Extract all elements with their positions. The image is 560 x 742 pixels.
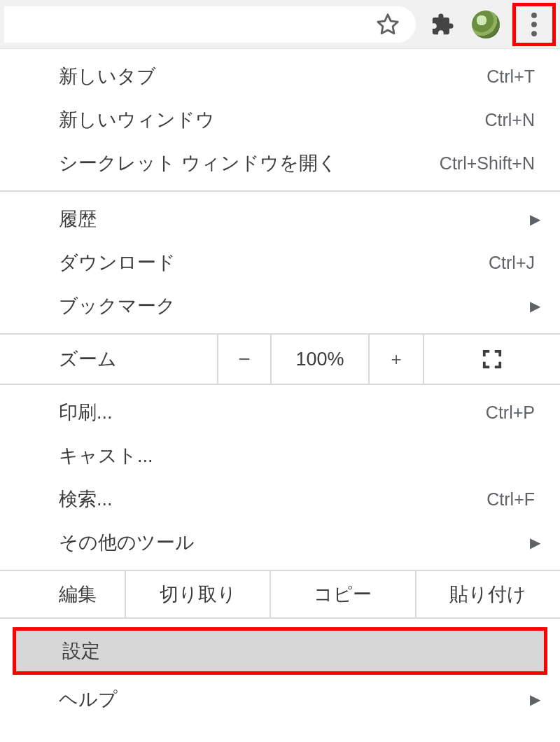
menu-item-shortcut: Ctrl+J bbox=[489, 253, 535, 273]
menu-item-label: 検索... bbox=[59, 486, 486, 512]
svg-marker-0 bbox=[378, 14, 398, 33]
more-vert-icon[interactable] bbox=[517, 8, 551, 41]
svg-point-2 bbox=[531, 22, 537, 27]
menu-section-history: 履歴 ▶ ダウンロード Ctrl+J ブックマーク ▶ bbox=[0, 192, 560, 335]
menu-item-settings[interactable]: 設定 bbox=[16, 631, 544, 671]
fullscreen-button[interactable] bbox=[423, 335, 560, 384]
omnibox[interactable] bbox=[4, 6, 416, 43]
star-icon[interactable] bbox=[371, 8, 405, 41]
profile-avatar[interactable] bbox=[469, 8, 503, 41]
svg-point-1 bbox=[531, 13, 537, 18]
menu-item-shortcut: Ctrl+T bbox=[486, 66, 535, 87]
submenu-arrow-icon: ▶ bbox=[528, 211, 540, 227]
submenu-arrow-icon: ▶ bbox=[528, 691, 540, 708]
zoom-out-button[interactable]: − bbox=[218, 335, 272, 384]
menu-item-find[interactable]: 検索... Ctrl+F bbox=[0, 477, 560, 521]
menu-item-new-tab[interactable]: 新しいタブ Ctrl+T bbox=[0, 55, 560, 98]
submenu-arrow-icon: ▶ bbox=[528, 534, 540, 551]
menu-item-more-tools[interactable]: その他のツール ▶ bbox=[0, 521, 560, 564]
menu-item-shortcut: Ctrl+Shift+N bbox=[440, 153, 535, 174]
paste-button[interactable]: 貼り付け bbox=[416, 571, 560, 617]
menu-item-label: その他のツール bbox=[59, 530, 528, 555]
copy-button[interactable]: コピー bbox=[271, 571, 416, 617]
menu-item-label: 履歴 bbox=[59, 206, 528, 232]
submenu-arrow-icon: ▶ bbox=[528, 298, 540, 314]
browser-toolbar bbox=[0, 0, 560, 49]
menu-item-label: 設定 bbox=[62, 638, 524, 664]
menu-item-label: 印刷... bbox=[59, 400, 486, 425]
chrome-menu: 新しいタブ Ctrl+T 新しいウィンドウ Ctrl+N シークレット ウィンド… bbox=[0, 49, 560, 721]
menu-item-label: 新しいウィンドウ bbox=[59, 107, 484, 132]
settings-highlight: 設定 bbox=[13, 627, 547, 675]
zoom-row: ズーム − 100% + bbox=[0, 335, 560, 384]
menu-item-label: ヘルプ bbox=[59, 687, 528, 712]
menu-section-edit: 編集 切り取り コピー 貼り付け bbox=[0, 571, 560, 619]
menu-item-help[interactable]: ヘルプ ▶ bbox=[0, 678, 560, 721]
zoom-in-button[interactable]: + bbox=[370, 335, 423, 384]
menu-item-cast[interactable]: キャスト... bbox=[0, 434, 560, 477]
svg-point-3 bbox=[531, 31, 537, 36]
zoom-label: ズーム bbox=[0, 335, 218, 384]
menu-item-shortcut: Ctrl+P bbox=[486, 402, 535, 423]
menu-item-shortcut: Ctrl+F bbox=[486, 489, 535, 510]
menu-item-label: ダウンロード bbox=[59, 250, 489, 275]
edit-label: 編集 bbox=[0, 571, 126, 617]
edit-row: 編集 切り取り コピー 貼り付け bbox=[0, 571, 560, 617]
menu-item-print[interactable]: 印刷... Ctrl+P bbox=[0, 391, 560, 434]
cut-button[interactable]: 切り取り bbox=[126, 571, 271, 617]
menu-section-settings: 設定 ヘルプ ▶ bbox=[0, 619, 560, 721]
menu-item-label: キャスト... bbox=[59, 443, 540, 468]
menu-item-history[interactable]: 履歴 ▶ bbox=[0, 197, 560, 241]
menu-item-shortcut: Ctrl+N bbox=[484, 110, 535, 130]
menu-item-label: 新しいタブ bbox=[59, 64, 486, 89]
menu-section-zoom: ズーム − 100% + bbox=[0, 335, 560, 385]
more-menu-highlight bbox=[512, 3, 556, 46]
menu-item-downloads[interactable]: ダウンロード Ctrl+J bbox=[0, 241, 560, 284]
menu-item-incognito[interactable]: シークレット ウィンドウを開く Ctrl+Shift+N bbox=[0, 141, 560, 185]
menu-item-label: シークレット ウィンドウを開く bbox=[59, 150, 440, 176]
zoom-value: 100% bbox=[272, 335, 370, 384]
toolbar-icons bbox=[426, 3, 556, 46]
menu-item-new-window[interactable]: 新しいウィンドウ Ctrl+N bbox=[0, 98, 560, 141]
menu-item-label: ブックマーク bbox=[59, 293, 528, 318]
puzzle-icon[interactable] bbox=[426, 8, 459, 41]
menu-section-tabs: 新しいタブ Ctrl+T 新しいウィンドウ Ctrl+N シークレット ウィンド… bbox=[0, 49, 560, 192]
menu-section-tools: 印刷... Ctrl+P キャスト... 検索... Ctrl+F その他のツー… bbox=[0, 385, 560, 571]
menu-item-bookmarks[interactable]: ブックマーク ▶ bbox=[0, 284, 560, 328]
